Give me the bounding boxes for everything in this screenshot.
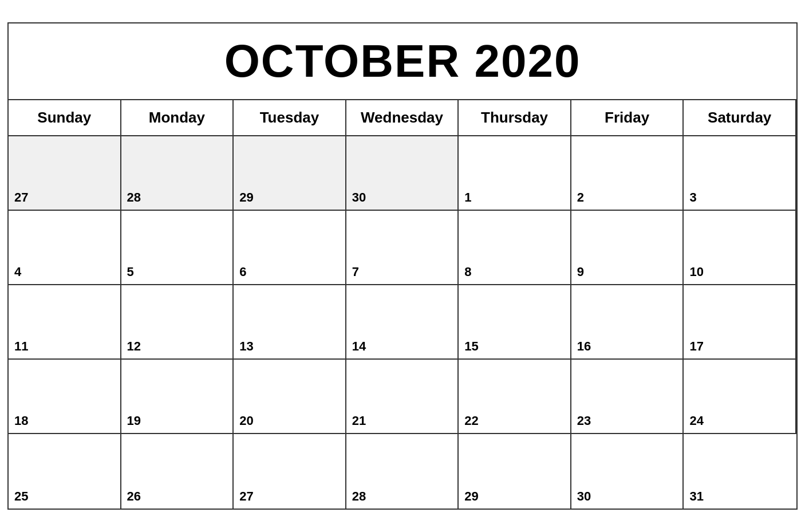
day-cell[interactable]: 30 [571, 434, 684, 509]
day-cell[interactable]: 19 [121, 360, 234, 434]
day-cell[interactable]: 20 [234, 360, 346, 434]
day-cell[interactable]: 22 [459, 360, 571, 434]
calendar: OCTOBER 2020 SundayMondayTuesdayWednesda… [7, 22, 798, 510]
day-number: 30 [577, 489, 591, 504]
day-cell[interactable]: 28 [346, 434, 459, 509]
day-number: 13 [239, 339, 253, 354]
day-header: Sunday [9, 100, 121, 136]
day-number: 16 [577, 339, 591, 354]
day-number: 28 [352, 489, 366, 504]
day-number: 18 [14, 413, 28, 428]
day-cell[interactable]: 11 [9, 285, 121, 360]
day-number: 24 [689, 413, 703, 428]
calendar-title: OCTOBER 2020 [9, 23, 796, 100]
day-number: 26 [127, 489, 141, 504]
day-cell[interactable]: 18 [9, 360, 121, 434]
day-cell[interactable]: 13 [234, 285, 346, 360]
day-number: 8 [464, 265, 471, 279]
day-number: 10 [689, 265, 703, 279]
day-cell[interactable]: 8 [459, 211, 571, 285]
day-cell[interactable]: 14 [346, 285, 459, 360]
day-cell[interactable]: 4 [9, 211, 121, 285]
day-cell[interactable]: 7 [346, 211, 459, 285]
day-cell[interactable]: 15 [459, 285, 571, 360]
day-number: 30 [352, 190, 366, 205]
day-cell[interactable]: 30 [346, 136, 459, 211]
day-cell[interactable]: 24 [684, 360, 796, 434]
day-number: 31 [689, 489, 703, 504]
day-header: Saturday [684, 100, 796, 136]
day-number: 21 [352, 413, 366, 428]
day-header: Friday [571, 100, 684, 136]
day-number: 29 [464, 489, 478, 504]
day-number: 19 [127, 413, 141, 428]
day-number: 3 [689, 190, 696, 205]
day-number: 1 [464, 190, 471, 205]
day-cell[interactable]: 25 [9, 434, 121, 509]
day-cell[interactable]: 17 [684, 285, 796, 360]
day-number: 14 [352, 339, 366, 354]
day-number: 12 [127, 339, 141, 354]
day-cell[interactable]: 12 [121, 285, 234, 360]
day-cell[interactable]: 31 [684, 434, 796, 509]
day-number: 28 [127, 190, 141, 205]
day-cell[interactable]: 10 [684, 211, 796, 285]
day-number: 4 [14, 265, 21, 279]
day-cell[interactable]: 16 [571, 285, 684, 360]
day-number: 22 [464, 413, 478, 428]
day-number: 23 [577, 413, 591, 428]
day-number: 9 [577, 265, 584, 279]
day-cell[interactable]: 27 [234, 434, 346, 509]
day-cell[interactable]: 1 [459, 136, 571, 211]
day-number: 25 [14, 489, 28, 504]
calendar-grid: SundayMondayTuesdayWednesdayThursdayFrid… [9, 100, 796, 509]
day-cell[interactable]: 6 [234, 211, 346, 285]
day-number: 27 [239, 489, 253, 504]
day-cell[interactable]: 28 [121, 136, 234, 211]
day-cell[interactable]: 29 [459, 434, 571, 509]
day-cell[interactable]: 26 [121, 434, 234, 509]
day-number: 29 [239, 190, 253, 205]
day-cell[interactable]: 21 [346, 360, 459, 434]
day-cell[interactable]: 27 [9, 136, 121, 211]
day-cell[interactable]: 9 [571, 211, 684, 285]
day-number: 17 [689, 339, 703, 354]
day-header: Tuesday [234, 100, 346, 136]
day-cell[interactable]: 3 [684, 136, 796, 211]
day-number: 2 [577, 190, 584, 205]
day-header: Wednesday [346, 100, 459, 136]
day-number: 27 [14, 190, 28, 205]
day-cell[interactable]: 5 [121, 211, 234, 285]
day-number: 5 [127, 265, 134, 279]
day-number: 6 [239, 265, 246, 279]
day-number: 11 [14, 339, 28, 354]
day-number: 15 [464, 339, 478, 354]
day-number: 20 [239, 413, 253, 428]
day-number: 7 [352, 265, 359, 279]
day-header: Monday [121, 100, 234, 136]
day-cell[interactable]: 23 [571, 360, 684, 434]
day-header: Thursday [459, 100, 571, 136]
day-cell[interactable]: 29 [234, 136, 346, 211]
day-cell[interactable]: 2 [571, 136, 684, 211]
